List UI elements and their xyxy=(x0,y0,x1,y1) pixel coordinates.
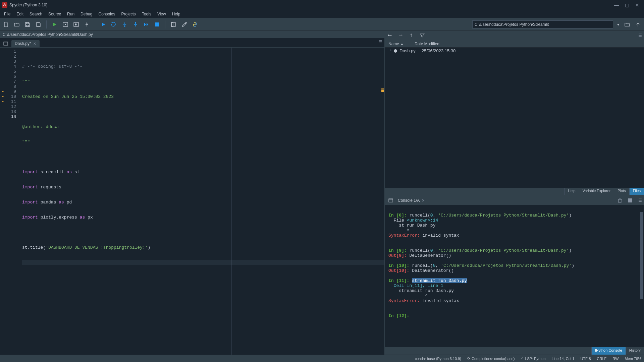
menu-debug[interactable]: Debug xyxy=(78,11,95,17)
tab-label: Dash.py* xyxy=(15,41,31,46)
minimize-button[interactable]: — xyxy=(614,2,619,8)
menubar: File Edit Search Source Run Debug Consol… xyxy=(0,10,644,18)
code-area[interactable]: # -*- coding: utf-8 -*- """ Created on S… xyxy=(19,48,384,355)
console-options-icon[interactable]: ☰ xyxy=(638,198,642,203)
svg-rect-8 xyxy=(171,22,173,26)
file-row[interactable]: └ Dash.py 25/06/2023 15:30 xyxy=(385,48,644,54)
editor-pane: C:\Users\dduca\Projetos Python\Streamlit… xyxy=(0,31,385,355)
status-encoding[interactable]: UTF-8 xyxy=(580,357,591,361)
column-ruler xyxy=(231,48,232,355)
maximize-pane-icon[interactable] xyxy=(169,20,177,28)
status-rw: RW xyxy=(612,357,619,361)
tab-plots[interactable]: Plots xyxy=(614,188,629,195)
menu-consoles[interactable]: Consoles xyxy=(96,11,118,17)
working-dir-input[interactable] xyxy=(472,20,613,28)
svg-point-11 xyxy=(394,49,397,53)
status-mem: Mem 76% xyxy=(625,357,641,361)
svg-rect-12 xyxy=(389,199,393,202)
minimap-markers xyxy=(381,48,384,355)
right-pane: 🠔 🠖 🠕 ☰ Name▲ Date Modified └ Dash.py 25… xyxy=(385,31,644,355)
menu-tools[interactable]: Tools xyxy=(139,11,154,17)
warning-icon xyxy=(2,95,5,98)
debug-step-out-icon[interactable] xyxy=(131,20,140,28)
run-selection-icon[interactable] xyxy=(83,20,91,28)
gutter: 1 2 3 4 5 6 7 8 9 10 11 12 13 14 xyxy=(0,48,19,355)
svg-point-5 xyxy=(135,22,136,23)
file-explorer-body[interactable]: └ Dash.py 25/06/2023 15:30 xyxy=(385,48,644,188)
interrupt-kernel-icon[interactable] xyxy=(628,198,632,202)
statusbar: conda: base (Python 3.10.9) ⟳Completions… xyxy=(0,355,644,362)
run-file-icon[interactable] xyxy=(51,20,59,28)
console-pane: Console 1/A ✕ ☰ In [8]: runcell(0, 'C:/U… xyxy=(385,195,644,355)
menu-edit[interactable]: Edit xyxy=(14,11,26,17)
tab-help[interactable]: Help xyxy=(564,188,579,195)
new-file-icon[interactable] xyxy=(2,20,10,28)
tab-dash-py[interactable]: Dash.py* ✕ xyxy=(11,40,40,47)
run-cell-advance-icon[interactable] xyxy=(72,20,80,28)
menu-search[interactable]: Search xyxy=(27,11,45,17)
svg-rect-6 xyxy=(155,22,159,26)
tab-close-icon[interactable]: ✕ xyxy=(33,42,36,46)
fe-options-icon[interactable]: ☰ xyxy=(638,33,642,38)
filter-icon[interactable] xyxy=(420,33,425,38)
python-path-icon[interactable] xyxy=(191,20,199,28)
console-tab-close-icon[interactable]: ✕ xyxy=(422,198,425,203)
preferences-icon[interactable] xyxy=(180,20,188,28)
debug-stop-icon[interactable] xyxy=(153,20,161,28)
tab-files[interactable]: Files xyxy=(629,188,644,195)
col-date[interactable]: Date Modified xyxy=(411,42,443,46)
svg-rect-0 xyxy=(2,2,7,8)
debug-step-icon[interactable] xyxy=(110,20,118,28)
nav-forward-icon[interactable]: 🠖 xyxy=(398,33,402,38)
clear-console-icon[interactable] xyxy=(618,198,622,203)
status-completions[interactable]: ⟳Completions: conda(base) xyxy=(467,356,515,361)
menu-source[interactable]: Source xyxy=(46,11,64,17)
debug-icon[interactable] xyxy=(99,20,107,28)
parent-dir-icon[interactable] xyxy=(634,20,642,28)
tab-browse-icon[interactable] xyxy=(2,40,9,47)
menu-file[interactable]: File xyxy=(1,11,13,17)
window-title: Spyder (Python 3.10) xyxy=(9,3,614,7)
tab-variable-explorer[interactable]: Variable Explorer xyxy=(579,188,614,195)
browse-dir-icon[interactable] xyxy=(623,20,631,28)
status-eol[interactable]: CRLF xyxy=(597,357,607,361)
status-lsp[interactable]: ✓LSP: Python xyxy=(521,356,545,361)
status-env[interactable]: conda: base (Python 3.10.9) xyxy=(415,357,461,361)
tab-history[interactable]: History xyxy=(626,347,644,355)
save-file-icon[interactable] xyxy=(23,20,32,28)
code-editor[interactable]: 1 2 3 4 5 6 7 8 9 10 11 12 13 14 # -*- c… xyxy=(0,48,384,355)
console-tab[interactable]: Console 1/A ✕ xyxy=(394,197,428,204)
open-file-icon[interactable] xyxy=(13,20,21,28)
toolbar: ▾ xyxy=(0,18,644,31)
console-output[interactable]: In [8]: runcell(0, 'C:/Users/dduca/Proje… xyxy=(385,205,644,347)
side-tabs: Help Variable Explorer Plots Files xyxy=(385,188,644,195)
console-bottom-tabs: IPython Console History xyxy=(385,347,644,355)
console-scrollbar[interactable] xyxy=(639,205,644,347)
menu-projects[interactable]: Projects xyxy=(119,11,139,17)
col-name[interactable]: Name▲ xyxy=(385,42,411,46)
path-dropdown-icon[interactable]: ▾ xyxy=(616,20,621,28)
warning-icon xyxy=(2,100,5,103)
file-explorer-header: Name▲ Date Modified xyxy=(385,40,644,48)
warning-icon xyxy=(2,90,5,93)
debug-step-in-icon[interactable] xyxy=(121,20,129,28)
menu-view[interactable]: View xyxy=(155,11,169,17)
nav-back-icon[interactable]: 🠔 xyxy=(388,33,392,38)
menu-help[interactable]: Help xyxy=(169,11,183,17)
svg-rect-13 xyxy=(628,198,632,202)
tab-ipython-console[interactable]: IPython Console xyxy=(591,347,626,355)
close-button[interactable]: ✕ xyxy=(635,2,639,8)
titlebar: Spyder (Python 3.10) — ▢ ✕ xyxy=(0,0,644,10)
menu-run[interactable]: Run xyxy=(64,11,77,17)
save-all-icon[interactable] xyxy=(34,20,42,28)
svg-point-4 xyxy=(124,26,125,27)
svg-rect-3 xyxy=(105,23,105,26)
python-file-icon xyxy=(393,49,397,53)
svg-rect-7 xyxy=(171,22,175,26)
debug-continue-icon[interactable] xyxy=(142,20,150,28)
nav-up-icon[interactable]: 🠕 xyxy=(409,33,413,38)
editor-options-icon[interactable]: ☰ xyxy=(379,40,382,44)
run-cell-icon[interactable] xyxy=(61,20,69,28)
maximize-button[interactable]: ▢ xyxy=(625,2,629,8)
console-browse-icon[interactable] xyxy=(387,197,394,204)
